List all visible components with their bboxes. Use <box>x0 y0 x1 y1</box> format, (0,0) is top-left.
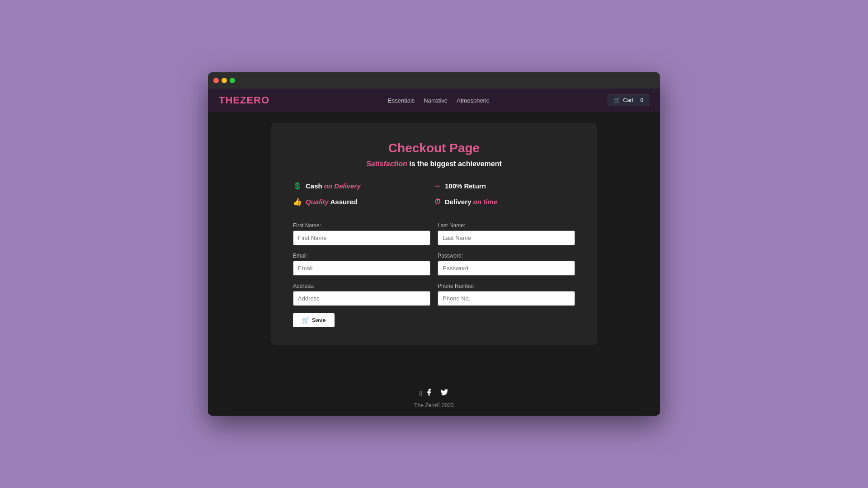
feature-delivery: ⏱ Delivery on time <box>434 197 575 206</box>
form-group-firstname: First Name: <box>293 222 430 245</box>
feature-cash-text: Cash on Delivery <box>306 182 361 190</box>
facebook-icon[interactable]:  <box>420 388 433 399</box>
clock-icon: ⏱ <box>434 198 441 206</box>
lastname-input[interactable] <box>438 230 575 245</box>
firstname-input[interactable] <box>293 230 430 245</box>
browser-content: THEZERO Essentials Narrative Atmospheric… <box>208 89 660 416</box>
save-button[interactable]: 🛒 Save <box>293 313 335 327</box>
feature-delivery-text: Delivery on time <box>445 198 497 206</box>
cart-count: 0 <box>640 97 643 103</box>
navbar-logo: THEZERO <box>219 94 269 106</box>
phone-input[interactable] <box>438 291 575 306</box>
return-icon: ↔ <box>434 182 441 190</box>
cart-button[interactable]: 🛒 Cart 0 <box>608 94 649 106</box>
traffic-light-yellow[interactable] <box>222 78 227 83</box>
form-group-email: Email: <box>293 253 430 276</box>
checkout-subtitle: Satisfaction is the biggest achievement <box>293 160 575 168</box>
cart-label: Cart <box>623 97 633 103</box>
footer-copyright: The Zero© 2023 <box>215 402 653 408</box>
footer-icons:  <box>215 388 653 399</box>
traffic-light-green[interactable] <box>230 78 235 83</box>
nav-item-narrative[interactable]: Narrative <box>424 97 448 104</box>
form-group-phone: Phone Number: <box>438 283 575 306</box>
subtitle-italic: Satisfaction <box>366 160 407 168</box>
feature-cash-on-delivery: 💲 Cash on Delivery <box>293 182 434 190</box>
address-input[interactable] <box>293 291 430 306</box>
traffic-lights <box>213 78 235 83</box>
email-label: Email: <box>293 253 430 259</box>
traffic-light-red[interactable] <box>213 78 219 83</box>
checkout-card: Checkout Page Satisfaction is the bigges… <box>271 123 597 345</box>
feature-quality: 👍 Quality Assured <box>293 197 434 206</box>
feature-quality-text: Quality Assured <box>306 198 358 206</box>
save-cart-icon: 🛒 <box>302 317 309 324</box>
features-grid: 💲 Cash on Delivery ↔ 100% Return 👍 Quali… <box>293 182 575 206</box>
firstname-label: First Name: <box>293 222 430 229</box>
nav-item-essentials[interactable]: Essentials <box>388 97 415 104</box>
main-area: Checkout Page Satisfaction is the bigges… <box>208 112 660 381</box>
dollar-icon: 💲 <box>293 182 302 190</box>
email-input[interactable] <box>293 261 430 276</box>
nav-item-atmospheric[interactable]: Atmospheric <box>457 97 489 104</box>
form-row-name: First Name: Last Name: <box>293 222 575 245</box>
address-label: Address: <box>293 283 430 289</box>
checkout-title: Checkout Page <box>293 141 575 155</box>
lastname-label: Last Name: <box>438 222 575 229</box>
form-group-address: Address: <box>293 283 430 306</box>
form-row-address-phone: Address: Phone Number: <box>293 283 575 306</box>
browser-titlebar <box>208 72 660 89</box>
footer:  The Zero© 2023 <box>208 381 660 416</box>
navbar-nav: Essentials Narrative Atmospheric <box>388 97 489 104</box>
feature-return: ↔ 100% Return <box>434 182 575 190</box>
password-input[interactable] <box>438 261 575 276</box>
feature-return-text: 100% Return <box>445 182 486 190</box>
form-group-lastname: Last Name: <box>438 222 575 245</box>
twitter-icon[interactable] <box>440 388 448 399</box>
form-row-email-password: Email: Password: <box>293 253 575 276</box>
form-group-password: Password: <box>438 253 575 276</box>
checkout-form: First Name: Last Name: Email: <box>293 222 575 327</box>
password-label: Password: <box>438 253 575 259</box>
navbar: THEZERO Essentials Narrative Atmospheric… <box>208 89 660 112</box>
subtitle-rest: is the biggest achievement <box>407 160 502 168</box>
phone-label: Phone Number: <box>438 283 575 289</box>
save-button-label: Save <box>312 317 326 324</box>
browser-window: THEZERO Essentials Narrative Atmospheric… <box>208 72 660 416</box>
thumbsup-icon: 👍 <box>293 197 302 206</box>
